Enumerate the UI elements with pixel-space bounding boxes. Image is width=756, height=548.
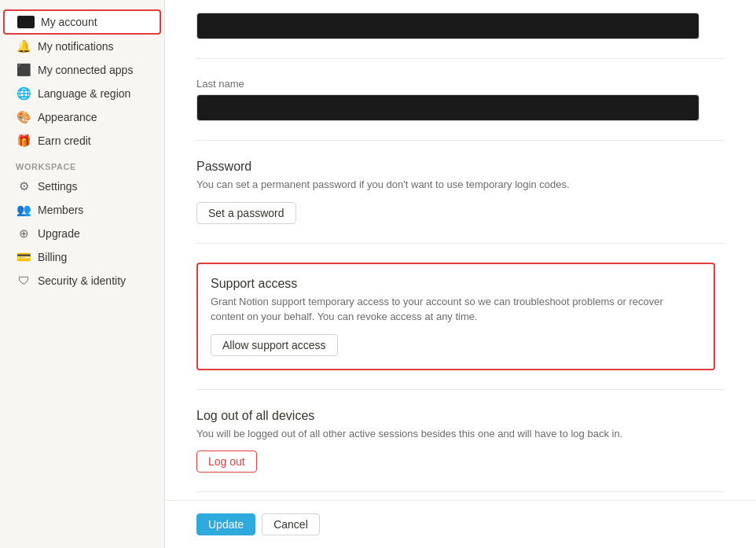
last-name-input[interactable] — [196, 94, 699, 121]
sidebar-item-upgrade[interactable]: ⊕ Upgrade — [3, 222, 161, 245]
billing-icon: 💳 — [16, 250, 31, 264]
password-title: Password — [196, 160, 725, 174]
support-access-description: Grant Notion support temporary access to… — [211, 294, 682, 325]
globe-icon: 🌐 — [16, 86, 31, 101]
sidebar-item-label: Appearance — [38, 111, 97, 123]
apps-icon: ⬛ — [16, 63, 31, 77]
sidebar-item-label: My account — [41, 16, 97, 28]
workspace-section-label: WORKSPACE — [0, 153, 164, 175]
shield-icon: 🛡 — [16, 274, 31, 287]
sidebar: My account 🔔 My notifications ⬛ My conne… — [0, 0, 165, 548]
bell-icon: 🔔 — [16, 39, 31, 53]
main-panel: Last name Password You can set a permane… — [165, 0, 756, 548]
sidebar-item-appearance[interactable]: 🎨 Appearance — [3, 105, 161, 129]
update-button[interactable]: Update — [196, 513, 255, 535]
sidebar-item-my-connected-apps[interactable]: ⬛ My connected apps — [3, 58, 161, 82]
sidebar-item-my-notifications[interactable]: 🔔 My notifications — [3, 35, 161, 58]
sidebar-item-security-identity[interactable]: 🛡 Security & identity — [3, 269, 161, 292]
sidebar-item-settings[interactable]: ⚙ Settings — [3, 175, 161, 198]
allow-support-access-button[interactable]: Allow support access — [211, 334, 338, 356]
sidebar-item-label: My connected apps — [38, 64, 133, 76]
sidebar-item-members[interactable]: 👥 Members — [3, 198, 161, 222]
sidebar-item-language-region[interactable]: 🌐 Language & region — [3, 82, 161, 105]
last-name-label: Last name — [196, 78, 725, 90]
support-access-box: Support access Grant Notion support temp… — [196, 263, 715, 370]
set-password-button[interactable]: Set a password — [196, 202, 296, 224]
upgrade-icon: ⊕ — [16, 226, 31, 241]
logout-section: Log out of all devices You will be logge… — [196, 390, 725, 493]
sidebar-item-label: Language & region — [38, 87, 130, 100]
logout-title: Log out of all devices — [196, 409, 725, 423]
first-name-section — [196, 0, 725, 59]
last-name-section: Last name — [196, 59, 725, 141]
support-access-title: Support access — [211, 277, 701, 291]
sidebar-item-label: Upgrade — [38, 227, 80, 240]
sidebar-item-label: Security & identity — [38, 274, 126, 287]
gift-icon: 🎁 — [16, 134, 31, 148]
danger-zone-section: Danger zone Delete my account — [196, 492, 725, 500]
sidebar-item-label: Members — [38, 204, 83, 216]
sidebar-item-label: Billing — [38, 251, 67, 263]
appearance-icon: 🎨 — [16, 110, 31, 124]
support-access-section: Support access Grant Notion support temp… — [196, 244, 725, 390]
sidebar-item-label: Settings — [38, 180, 78, 193]
password-section: Password You can set a permanent passwor… — [196, 141, 725, 244]
sidebar-item-label: Earn credit — [38, 134, 91, 147]
password-description: You can set a permanent password if you … — [196, 177, 668, 193]
footer-bar: Update Cancel — [165, 500, 756, 548]
cancel-button[interactable]: Cancel — [262, 513, 320, 535]
sidebar-item-my-account[interactable]: My account — [3, 9, 161, 35]
logout-description: You will be logged out of all other acti… — [196, 426, 668, 442]
members-icon: 👥 — [16, 203, 31, 217]
user-avatar — [17, 16, 35, 28]
settings-icon: ⚙ — [16, 179, 31, 193]
logout-button[interactable]: Log out — [196, 451, 257, 473]
sidebar-item-earn-credit[interactable]: 🎁 Earn credit — [3, 129, 161, 153]
sidebar-item-billing[interactable]: 💳 Billing — [3, 245, 161, 269]
first-name-input[interactable] — [196, 13, 699, 39]
settings-content: Last name Password You can set a permane… — [165, 0, 756, 500]
sidebar-item-label: My notifications — [38, 40, 113, 53]
